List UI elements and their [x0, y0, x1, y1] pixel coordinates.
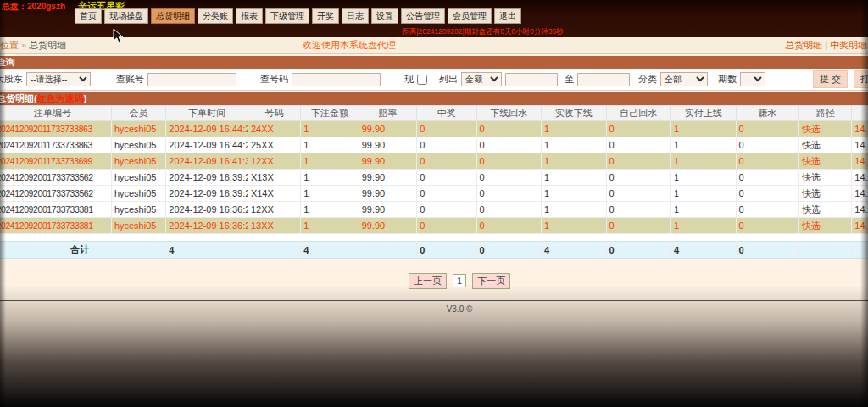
table-row-2: 202412092011733733699hyceshi052024-12-09… — [0, 153, 868, 170]
breadcrumb-separator: » — [21, 40, 26, 50]
countdown-text: 距离|20241209202|期封盘还有0天0小时0分钟35秒 — [0, 27, 868, 37]
cell-6-3: 13XX — [248, 218, 300, 234]
cell-5-2: 2024-12-09 16:36:21 — [166, 202, 248, 218]
next-page-button[interactable]: 下一页 — [472, 273, 510, 289]
print-button[interactable]: 打印 — [854, 70, 868, 88]
query-row: 大股东 --请选择-- 查账号 查号码 现 列出 金额 至 分类 全部 期数 提… — [0, 69, 868, 91]
total-cell-3 — [359, 242, 416, 259]
cell-4-12: 快选 — [798, 186, 851, 202]
cell-6-11: 0 — [736, 218, 798, 234]
nav-item-10[interactable]: 会员管理 — [448, 8, 492, 24]
cell-2-10: 1 — [671, 153, 736, 170]
cell-5-5: 99.90 — [359, 202, 416, 218]
nav-item-4[interactable]: 报表 — [236, 8, 263, 24]
nav-item-1[interactable]: 现场操盘 — [104, 8, 148, 24]
number-input[interactable] — [292, 73, 381, 86]
cell-0-3: 24XX — [248, 121, 300, 137]
cell-3-4: 1 — [301, 170, 359, 186]
cell-4-1: hyceshi05 — [111, 186, 165, 202]
cell-3-6: 0 — [417, 170, 476, 186]
account-input[interactable] — [147, 73, 236, 86]
column-header-0: 注单编号 — [0, 106, 111, 121]
detail-link-1[interactable]: 中奖明细 — [830, 40, 867, 50]
nav-item-6[interactable]: 开奖 — [312, 8, 339, 24]
current-page-button[interactable]: 1 — [453, 274, 466, 287]
cell-0-5: 99.90 — [359, 121, 416, 137]
cell-1-9: 0 — [606, 137, 670, 153]
prev-page-button[interactable]: 上一页 — [409, 273, 447, 289]
total-cell-11 — [852, 242, 868, 259]
category-label: 分类 — [638, 73, 657, 86]
table-bar-title: 总货明细( — [0, 93, 37, 103]
amount-to-input[interactable] — [577, 73, 630, 86]
category-select[interactable]: 全部 — [660, 72, 708, 86]
main-nav: 首页现场操盘总货明细分类账报表下级管理开奖日志设置公告管理会员管理退出 — [75, 8, 524, 24]
nav-item-11[interactable]: 退出 — [494, 8, 521, 24]
cash-checkbox[interactable] — [417, 75, 427, 85]
cell-1-5: 99.90 — [359, 137, 416, 153]
total-cell-9: 0 — [736, 242, 798, 259]
column-header-5: 赔率 — [359, 106, 416, 121]
cell-1-3: 25XX — [248, 137, 300, 153]
nav-item-5[interactable]: 下级管理 — [265, 8, 309, 24]
total-cell-8: 4 — [671, 242, 736, 259]
total-cell-5: 0 — [476, 242, 541, 259]
column-header-3: 号码 — [248, 106, 300, 121]
cell-5-7: 0 — [476, 202, 541, 218]
nav-item-2[interactable]: 总货明细 — [151, 8, 195, 24]
cell-1-10: 1 — [671, 137, 736, 153]
period-select[interactable] — [740, 72, 765, 86]
pagination: 上一页 1 下一页 — [0, 273, 868, 289]
cell-2-12: 快选 — [798, 153, 851, 170]
cell-2-8: 1 — [542, 153, 606, 170]
cell-4-4: 1 — [301, 186, 359, 202]
to-label: 至 — [565, 73, 574, 86]
cell-5-3: 12XX — [248, 202, 300, 218]
column-header-12: 路径 — [798, 106, 851, 121]
cell-4-9: 0 — [606, 186, 670, 202]
mouse-cursor-icon — [113, 28, 125, 45]
link-separator: | — [822, 40, 830, 50]
cell-5-9: 0 — [606, 202, 670, 218]
cell-1-8: 1 — [542, 137, 606, 153]
cell-5-6: 0 — [417, 202, 476, 218]
table-row-0: 202412092011733733863hyceshi052024-12-09… — [0, 121, 868, 137]
nav-item-3[interactable]: 分类账 — [198, 8, 233, 24]
shareholder-select[interactable]: --请选择-- — [26, 72, 91, 86]
cell-3-8: 1 — [542, 170, 606, 186]
column-header-4: 下注金额 — [301, 106, 359, 121]
nav-item-9[interactable]: 公告管理 — [401, 8, 445, 24]
nav-item-0[interactable]: 首页 — [75, 8, 102, 24]
cell-3-3: X13X — [248, 170, 300, 186]
cell-1-1: hyceshi05 — [111, 137, 165, 153]
submit-button[interactable]: 提 交 — [813, 70, 848, 88]
cell-4-8: 1 — [542, 186, 606, 202]
cell-6-12: 快选 — [798, 218, 851, 234]
column-header-13: IP — [852, 106, 868, 121]
cell-2-4: 1 — [301, 153, 359, 170]
nav-item-8[interactable]: 设置 — [371, 8, 398, 24]
cash-label: 现 — [404, 73, 414, 86]
breadcrumb-bar: 位置 » 总货明细 欢迎使用本系统盘代理 总货明细|中奖明细|拦货明细 — [0, 37, 868, 54]
cell-6-6: 0 — [417, 218, 476, 234]
cell-3-5: 99.90 — [359, 170, 416, 186]
cell-4-11: 0 — [736, 186, 798, 202]
cell-2-9: 0 — [606, 153, 670, 170]
cell-4-10: 1 — [671, 186, 736, 202]
cell-1-12: 快选 — [798, 137, 851, 153]
cell-5-4: 1 — [301, 202, 359, 218]
detail-link-0[interactable]: 总货明细 — [785, 40, 822, 50]
nav-item-7[interactable]: 日志 — [342, 8, 369, 24]
total-cell-7: 0 — [606, 242, 670, 259]
period-label: 期数 — [718, 73, 737, 86]
cell-4-2: 2024-12-09 16:39:22 — [166, 186, 248, 202]
amount-from-input[interactable] — [505, 73, 558, 86]
total-cell-2: 4 — [301, 242, 359, 259]
cell-2-3: 12XX — [248, 153, 300, 170]
cell-0-2: 2024-12-09 16:44:23 — [166, 121, 248, 137]
cell-0-9: 0 — [606, 121, 670, 137]
cell-3-0: 202412092001733733562 — [0, 170, 111, 186]
column-header-1: 会员 — [111, 106, 165, 121]
cell-5-10: 1 — [671, 202, 736, 218]
list-type-select[interactable]: 金额 — [461, 72, 502, 86]
